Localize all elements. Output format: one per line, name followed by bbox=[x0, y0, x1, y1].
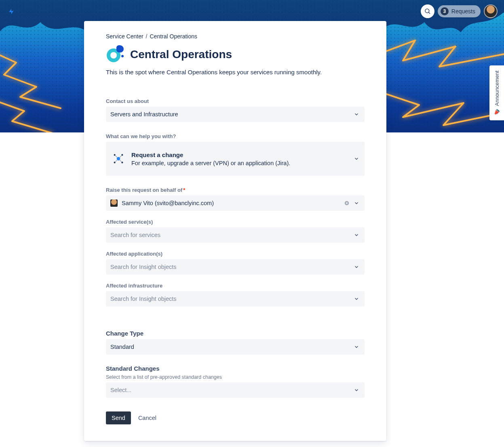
request-change-icon bbox=[112, 152, 125, 165]
svg-line-8 bbox=[120, 156, 122, 158]
cancel-button[interactable]: Cancel bbox=[137, 411, 158, 424]
app-logo-icon[interactable] bbox=[6, 6, 16, 16]
required-indicator: * bbox=[183, 187, 185, 193]
contact-about-select[interactable]: Servers and Infrastructure bbox=[106, 107, 365, 122]
affected-services-placeholder: Search for services bbox=[110, 232, 353, 238]
requests-count-badge: 3 bbox=[441, 7, 449, 15]
breadcrumb-root[interactable]: Service Center bbox=[106, 33, 143, 40]
chevron-down-icon bbox=[353, 200, 360, 206]
user-avatar[interactable] bbox=[484, 4, 498, 18]
clear-icon[interactable] bbox=[343, 200, 350, 206]
standard-changes-select[interactable]: Select... bbox=[106, 382, 365, 398]
chevron-down-icon bbox=[353, 156, 360, 162]
affected-services-select[interactable]: Search for services bbox=[106, 227, 365, 243]
affected-services-label: Affected service(s) bbox=[106, 219, 365, 225]
change-type-value: Standard bbox=[110, 344, 353, 350]
standard-changes-placeholder: Select... bbox=[110, 387, 353, 393]
chevron-down-icon bbox=[353, 232, 360, 238]
behalf-of-label: Raise this request on behalf of* bbox=[106, 187, 365, 193]
top-bar: 3 Requests bbox=[0, 3, 504, 19]
request-type-desc: For example, upgrade a server (VPN) or a… bbox=[131, 160, 290, 166]
requests-button[interactable]: 3 Requests bbox=[438, 5, 481, 17]
contact-about-label: Contact us about bbox=[106, 98, 365, 104]
affected-infra-placeholder: Search for Insight objects bbox=[110, 296, 353, 302]
svg-point-3 bbox=[121, 154, 123, 156]
chevron-down-icon bbox=[353, 264, 360, 270]
behalf-of-select[interactable]: Sammy Vito (svito@banclyinc.com) bbox=[106, 195, 365, 211]
chevron-down-icon bbox=[353, 387, 360, 393]
search-icon bbox=[424, 8, 431, 15]
send-button[interactable]: Send bbox=[106, 411, 131, 424]
standard-changes-label: Standard Changes bbox=[106, 365, 365, 372]
affected-apps-label: Affected application(s) bbox=[106, 251, 365, 257]
standard-changes-sublabel: Select from a list of pre-approved stand… bbox=[106, 374, 365, 380]
lightning-bolt-icon bbox=[383, 77, 504, 132]
chevron-down-icon bbox=[353, 344, 360, 350]
affected-infra-select[interactable]: Search for Insight objects bbox=[106, 291, 365, 306]
help-with-label: What can we help you with? bbox=[106, 133, 365, 139]
announcement-label: Announcement bbox=[494, 71, 500, 106]
affected-apps-placeholder: Search for Insight objects bbox=[110, 264, 353, 270]
contact-about-value: Servers and Infrastructure bbox=[110, 111, 353, 118]
svg-point-0 bbox=[425, 9, 429, 13]
change-type-select[interactable]: Standard bbox=[106, 339, 365, 355]
svg-point-4 bbox=[114, 162, 116, 163]
chevron-down-icon bbox=[353, 296, 360, 302]
svg-line-7 bbox=[116, 156, 118, 158]
change-type-label: Change Type bbox=[106, 330, 365, 337]
breadcrumb: Service Center / Central Operations bbox=[106, 33, 365, 40]
breadcrumb-current: Central Operations bbox=[150, 33, 197, 40]
page-title: Central Operations bbox=[130, 48, 232, 61]
page-description: This is the spot where Central Operation… bbox=[106, 69, 365, 76]
svg-line-10 bbox=[120, 160, 122, 162]
requests-label: Requests bbox=[451, 8, 475, 15]
chevron-down-icon bbox=[353, 111, 360, 117]
user-avatar-icon bbox=[110, 199, 118, 207]
portal-gear-icon bbox=[106, 45, 124, 64]
affected-apps-select[interactable]: Search for Insight objects bbox=[106, 259, 365, 275]
search-button[interactable] bbox=[421, 4, 434, 18]
request-type-title: Request a change bbox=[131, 151, 290, 158]
svg-line-1 bbox=[428, 12, 430, 14]
breadcrumb-separator: / bbox=[146, 33, 148, 40]
svg-point-2 bbox=[114, 154, 116, 156]
affected-infra-label: Affected infrastructure bbox=[106, 283, 365, 289]
svg-line-9 bbox=[116, 160, 118, 162]
request-type-select[interactable]: Request a change For example, upgrade a … bbox=[106, 142, 365, 176]
megaphone-icon: 📣 bbox=[492, 108, 501, 116]
announcement-tab[interactable]: Announcement 📣 bbox=[489, 65, 504, 120]
request-form-card: Service Center / Central Operations Cent… bbox=[84, 21, 386, 441]
svg-point-5 bbox=[121, 162, 123, 163]
behalf-of-value: Sammy Vito (svito@banclyinc.com) bbox=[122, 200, 343, 206]
lightning-bolt-icon bbox=[0, 97, 89, 132]
